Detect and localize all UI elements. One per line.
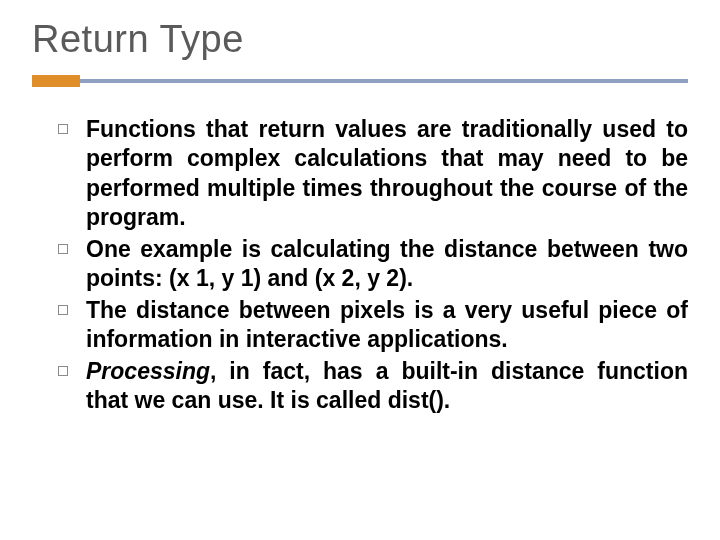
bullet-item: The distance between pixels is a very us… bbox=[58, 296, 688, 355]
bullet-text: One example is calculating the distance … bbox=[86, 235, 688, 294]
title-rule bbox=[32, 75, 688, 87]
bullet-item: Processing, in fact, has a built-in dist… bbox=[58, 357, 688, 416]
bullet-icon bbox=[58, 305, 68, 315]
bullet-text: Processing, in fact, has a built-in dist… bbox=[86, 357, 688, 416]
slide: Return Type Functions that return values… bbox=[0, 0, 720, 540]
slide-title: Return Type bbox=[32, 18, 688, 61]
bullet-icon bbox=[58, 244, 68, 254]
content-area: Functions that return values are traditi… bbox=[32, 115, 688, 520]
bullet-item: Functions that return values are traditi… bbox=[58, 115, 688, 233]
rule-line bbox=[32, 79, 688, 83]
bullet-item: One example is calculating the distance … bbox=[58, 235, 688, 294]
bullet-icon bbox=[58, 366, 68, 376]
bullet-text: Functions that return values are traditi… bbox=[86, 115, 688, 233]
bullet-icon bbox=[58, 124, 68, 134]
rule-accent bbox=[32, 75, 80, 87]
bullet-text: The distance between pixels is a very us… bbox=[86, 296, 688, 355]
